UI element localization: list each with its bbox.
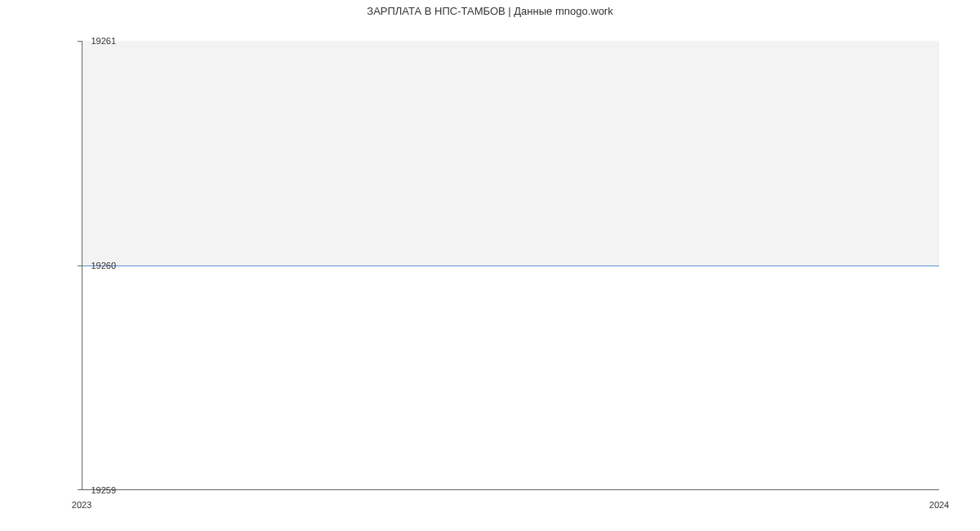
shaded-upper-region [82, 41, 939, 266]
y-tick-label: 19261 [67, 36, 116, 46]
x-tick-label: 2024 [929, 500, 949, 510]
y-tick-label: 19260 [67, 261, 116, 270]
y-tick-label: 19259 [67, 485, 116, 495]
chart-title: ЗАРПЛАТА В НПС-ТАМБОВ | Данные mnogo.wor… [0, 5, 980, 17]
plot-container [82, 41, 939, 490]
x-tick-label: 2023 [72, 500, 91, 510]
data-line [82, 266, 939, 266]
plot-area [82, 41, 939, 490]
